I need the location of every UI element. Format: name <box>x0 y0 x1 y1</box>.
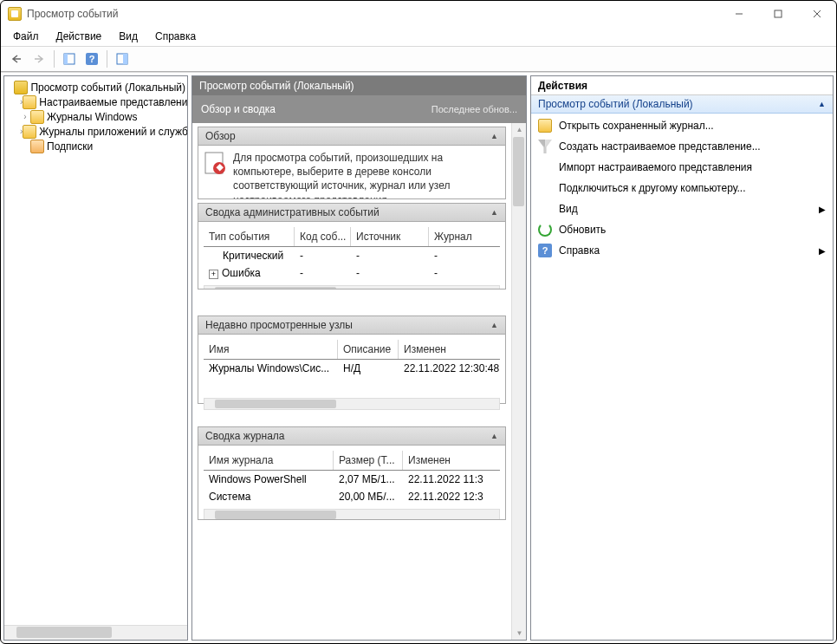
subscriptions-icon <box>30 140 44 153</box>
toolbar: ? <box>1 46 836 72</box>
actions-panel: Действия Просмотр событий (Локальный)▲ О… <box>530 75 834 641</box>
menu-file[interactable]: Файл <box>6 29 46 44</box>
section-admin-header[interactable]: Сводка административных событий▲ <box>198 203 506 222</box>
nav-forward-button[interactable] <box>29 49 49 69</box>
chevron-up-icon: ▲ <box>818 100 826 108</box>
expand-icon[interactable]: + <box>209 270 218 279</box>
titlebar: Просмотр событий <box>1 1 836 27</box>
menubar: Файл Действие Вид Справка <box>1 27 836 46</box>
filter-icon <box>538 140 552 153</box>
chevron-up-icon: ▲ <box>490 208 498 217</box>
grid-hscrollbar[interactable] <box>204 398 500 410</box>
chevron-up-icon: ▲ <box>490 432 498 440</box>
svg-rect-7 <box>123 54 127 64</box>
svg-rect-1 <box>775 10 782 17</box>
table-row[interactable]: +Ошибка - - - <box>204 264 500 282</box>
folder-icon <box>23 95 36 109</box>
blank-icon <box>538 181 552 195</box>
actions-title: Действия <box>531 76 833 95</box>
actions-group-header[interactable]: Просмотр событий (Локальный)▲ <box>531 95 833 114</box>
action-refresh[interactable]: Обновить <box>531 219 833 240</box>
tree-panel: Просмотр событий (Локальный) › Настраива… <box>3 75 188 641</box>
overview-text: Для просмотра событий, произошедших на к… <box>233 151 500 199</box>
blank-icon <box>538 160 552 174</box>
help-button[interactable]: ? <box>81 49 102 69</box>
menu-action[interactable]: Действие <box>49 29 109 44</box>
overview-icon <box>204 151 226 175</box>
table-row[interactable]: Критический - - - <box>204 247 500 264</box>
close-button[interactable] <box>797 1 836 27</box>
admin-events-grid[interactable]: Тип события Код соб... Источник Журнал К… <box>204 227 500 289</box>
tree-item-app-services-logs[interactable]: › Журналы приложений и служб <box>6 124 185 139</box>
action-create-custom-view[interactable]: Создать настраиваемое представление... <box>531 136 833 157</box>
section-overview-header[interactable]: Обзор▲ <box>198 127 506 146</box>
grid-hscrollbar[interactable] <box>204 509 500 520</box>
chevron-up-icon: ▲ <box>490 132 498 140</box>
maximize-button[interactable] <box>758 1 797 27</box>
section-recent-header[interactable]: Недавно просмотренные узлы▲ <box>198 315 506 335</box>
nav-back-button[interactable] <box>6 49 27 69</box>
submenu-arrow-icon: ▶ <box>819 205 826 214</box>
center-panel: Просмотр событий (Локальный) Обзор и сво… <box>191 75 527 641</box>
log-summary-grid[interactable]: Имя журнала Размер (Т... Изменен Windows… <box>204 451 500 520</box>
action-connect-computer[interactable]: Подключиться к другому компьютеру... <box>531 178 833 198</box>
blank-icon <box>538 202 552 216</box>
tree-root-label: Просмотр событий (Локальный) <box>30 81 185 94</box>
action-import-custom-view[interactable]: Импорт настраиваемого представления <box>531 157 833 178</box>
folder-open-icon <box>538 119 552 133</box>
tree-root[interactable]: Просмотр событий (Локальный) <box>6 80 185 94</box>
center-header: Просмотр событий (Локальный) <box>192 76 526 95</box>
window-title: Просмотр событий <box>27 8 118 20</box>
last-updated: Последнее обнов... <box>431 104 517 114</box>
show-hide-tree-button[interactable] <box>59 49 80 69</box>
recent-nodes-grid[interactable]: Имя Описание Изменен Журналы Windows\Сис… <box>204 340 500 410</box>
menu-help[interactable]: Справка <box>148 29 203 44</box>
properties-button[interactable] <box>112 49 133 69</box>
action-help[interactable]: ? Справка ▶ <box>531 240 833 261</box>
folder-icon <box>23 125 36 139</box>
tree-item-windows-logs[interactable]: › Журналы Windows <box>6 109 185 124</box>
action-view[interactable]: Вид ▶ <box>531 198 833 219</box>
help-icon: ? <box>538 244 552 257</box>
folder-icon <box>30 110 44 124</box>
tree-item-subscriptions[interactable]: Подписки <box>6 139 185 153</box>
chevron-up-icon: ▲ <box>490 321 498 329</box>
table-row[interactable]: Windows PowerShell 2,07 МБ/1... 22.11.20… <box>204 471 500 488</box>
overview-title-bar: Обзор и сводка Последнее обнов... <box>192 95 526 123</box>
event-viewer-icon <box>14 81 28 94</box>
menu-view[interactable]: Вид <box>112 29 145 44</box>
svg-rect-5 <box>64 54 68 64</box>
section-log-summary-header[interactable]: Сводка журнала▲ <box>198 426 506 446</box>
app-icon <box>8 7 22 21</box>
grid-hscrollbar[interactable] <box>204 285 500 289</box>
table-row[interactable]: Журналы Windows\Сис... Н/Д 22.11.2022 12… <box>204 360 500 377</box>
table-row[interactable]: Система 20,00 МБ/... 22.11.2022 12:3 <box>204 488 500 505</box>
submenu-arrow-icon: ▶ <box>819 246 826 256</box>
refresh-icon <box>538 223 552 237</box>
action-open-saved-log[interactable]: Открыть сохраненный журнал... <box>531 115 833 136</box>
center-vscrollbar[interactable]: ▲▼ <box>511 123 526 640</box>
tree-hscrollbar[interactable] <box>4 625 187 640</box>
tree-item-custom-views[interactable]: › Настраиваемые представления <box>6 94 185 109</box>
minimize-button[interactable] <box>719 1 758 27</box>
